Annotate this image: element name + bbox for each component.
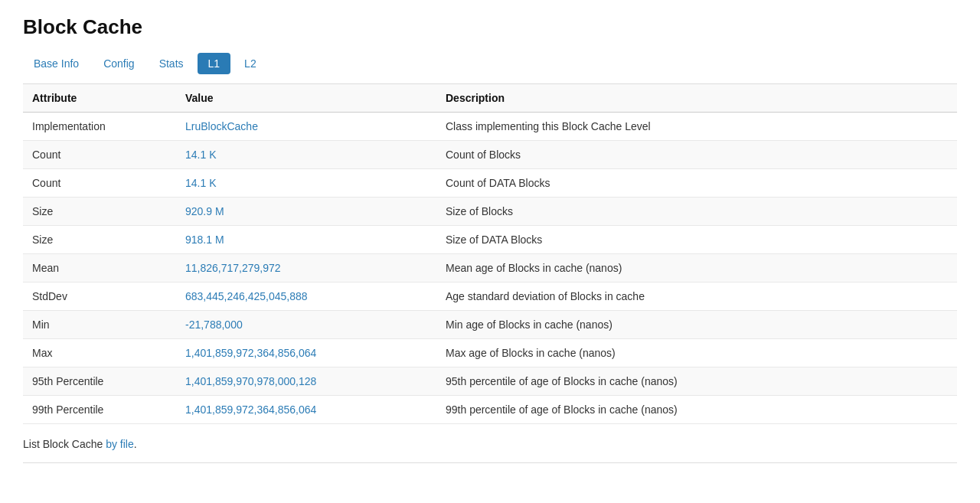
cell-value: 1,401,859,972,364,856,064: [176, 396, 436, 424]
cell-attribute: Mean: [23, 254, 176, 283]
footer: List Block Cache by file.: [23, 438, 957, 450]
value-text: 683,445,246,425,045,888: [185, 290, 308, 302]
footer-text-before: List Block Cache: [23, 438, 106, 450]
col-header-description: Description: [436, 84, 957, 113]
cell-description: Class implementing this Block Cache Leve…: [436, 113, 957, 141]
tab-l1[interactable]: L1: [198, 53, 231, 74]
cell-description: Mean age of Blocks in cache (nanos): [436, 254, 957, 283]
tab-stats[interactable]: Stats: [149, 53, 194, 74]
cell-attribute: 95th Percentile: [23, 367, 176, 396]
cell-attribute: Implementation: [23, 113, 176, 141]
value-text: 1,401,859,972,364,856,064: [185, 403, 316, 416]
footer-by-file-link[interactable]: by file: [106, 438, 134, 450]
cell-value: 683,445,246,425,045,888: [176, 283, 436, 311]
table-row: 95th Percentile1,401,859,970,978,000,128…: [23, 367, 957, 396]
footer-divider: [23, 462, 957, 463]
table-row: Max1,401,859,972,364,856,064Max age of B…: [23, 339, 957, 367]
tab-base-info[interactable]: Base Info: [23, 53, 90, 74]
tab-bar: Base Info Config Stats L1 L2: [23, 53, 957, 74]
footer-text-after: .: [134, 438, 137, 450]
cell-attribute: Min: [23, 311, 176, 339]
cell-description: Count of DATA Blocks: [436, 169, 957, 198]
cell-description: 95th percentile of age of Blocks in cach…: [436, 367, 957, 396]
table-header: Attribute Value Description: [23, 84, 957, 113]
table-row: ImplementationLruBlockCacheClass impleme…: [23, 113, 957, 141]
cell-attribute: Size: [23, 198, 176, 226]
table-row: Mean11,826,717,279,972Mean age of Blocks…: [23, 254, 957, 283]
table-row: Count14.1 KCount of Blocks: [23, 141, 957, 169]
value-text: 14.1 K: [185, 149, 216, 161]
cell-attribute: Count: [23, 169, 176, 198]
value-text: 1,401,859,972,364,856,064: [185, 347, 316, 359]
value-text: 1,401,859,970,978,000,128: [185, 375, 316, 387]
tab-l2[interactable]: L2: [234, 53, 267, 74]
table-row: StdDev683,445,246,425,045,888Age standar…: [23, 283, 957, 311]
cell-description: Count of Blocks: [436, 141, 957, 169]
cell-attribute: Max: [23, 339, 176, 367]
cell-attribute: 99th Percentile: [23, 396, 176, 424]
table-row: Min-21,788,000Min age of Blocks in cache…: [23, 311, 957, 339]
table-row: Size920.9 MSize of Blocks: [23, 198, 957, 226]
cell-description: Max age of Blocks in cache (nanos): [436, 339, 957, 367]
cell-value: 14.1 K: [176, 141, 436, 169]
value-text: 920.9 M: [185, 205, 224, 217]
table-row: Count14.1 KCount of DATA Blocks: [23, 169, 957, 198]
value-link[interactable]: LruBlockCache: [185, 120, 258, 132]
value-text: 11,826,717,279,972: [185, 262, 281, 274]
cell-description: Size of DATA Blocks: [436, 226, 957, 254]
cell-value: 1,401,859,972,364,856,064: [176, 339, 436, 367]
cell-description: 99th percentile of age of Blocks in cach…: [436, 396, 957, 424]
col-header-attribute: Attribute: [23, 84, 176, 113]
table-row: Size918.1 MSize of DATA Blocks: [23, 226, 957, 254]
data-table-container: Attribute Value Description Implementati…: [23, 83, 957, 424]
value-text: -21,788,000: [185, 318, 243, 331]
cell-value[interactable]: LruBlockCache: [176, 113, 436, 141]
cell-description: Size of Blocks: [436, 198, 957, 226]
cell-attribute: Size: [23, 226, 176, 254]
attributes-table: Attribute Value Description Implementati…: [23, 84, 957, 424]
col-header-value: Value: [176, 84, 436, 113]
cell-description: Age standard deviation of Blocks in cach…: [436, 283, 957, 311]
cell-value: 918.1 M: [176, 226, 436, 254]
cell-value: 11,826,717,279,972: [176, 254, 436, 283]
cell-value: 14.1 K: [176, 169, 436, 198]
value-text: 918.1 M: [185, 234, 224, 246]
cell-value: 920.9 M: [176, 198, 436, 226]
table-row: 99th Percentile1,401,859,972,364,856,064…: [23, 396, 957, 424]
page-title: Block Cache: [23, 15, 957, 39]
value-text: 14.1 K: [185, 177, 216, 189]
cell-value: 1,401,859,970,978,000,128: [176, 367, 436, 396]
cell-value: -21,788,000: [176, 311, 436, 339]
cell-description: Min age of Blocks in cache (nanos): [436, 311, 957, 339]
table-body: ImplementationLruBlockCacheClass impleme…: [23, 113, 957, 424]
tab-config[interactable]: Config: [93, 53, 145, 74]
cell-attribute: StdDev: [23, 283, 176, 311]
cell-attribute: Count: [23, 141, 176, 169]
